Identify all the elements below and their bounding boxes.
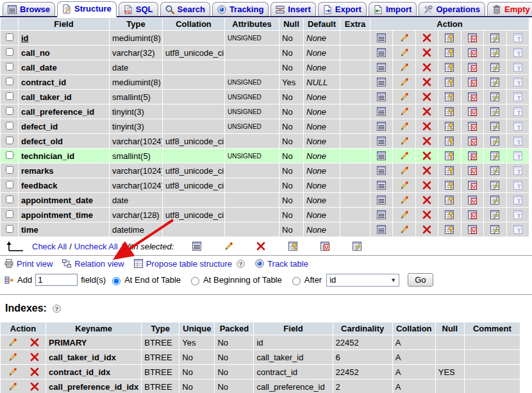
unique-icon[interactable]: [467, 47, 478, 57]
index-lightning-icon[interactable]: [490, 106, 500, 116]
drop-x-icon[interactable]: [422, 151, 432, 160]
index-lightning-icon[interactable]: [490, 121, 500, 131]
drop-x-icon[interactable]: [422, 62, 432, 72]
drop-x-icon[interactable]: [422, 195, 432, 205]
unique-icon[interactable]: [467, 151, 478, 160]
drop-index-x-icon[interactable]: [29, 381, 40, 391]
primary-key-icon[interactable]: [444, 77, 454, 87]
index-lightning-icon[interactable]: [490, 180, 500, 190]
index-lightning-icon[interactable]: [490, 33, 500, 42]
drop-x-icon[interactable]: [422, 224, 432, 234]
print-view-link[interactable]: Print view: [4, 258, 53, 269]
index-lightning-icon[interactable]: [490, 136, 500, 146]
edit-index-pencil-icon[interactable]: [8, 381, 18, 391]
row-checkbox[interactable]: [6, 92, 13, 100]
at-end-radio[interactable]: [112, 277, 121, 285]
help-icon[interactable]: [52, 303, 62, 314]
after-radio[interactable]: [292, 277, 301, 285]
drop-x-icon[interactable]: [422, 136, 432, 146]
unique-icon[interactable]: [467, 77, 478, 87]
radio-at-beginning[interactable]: At Beginning of Table: [188, 275, 282, 285]
row-checkbox[interactable]: [6, 48, 13, 56]
browse-distinct-icon[interactable]: [376, 121, 387, 131]
browse-distinct-icon[interactable]: [376, 77, 387, 87]
primary-key-icon[interactable]: [444, 136, 454, 146]
row-checkbox[interactable]: [6, 210, 13, 218]
unique-icon[interactable]: [467, 210, 478, 219]
fulltext-icon[interactable]: [513, 121, 523, 131]
index-lightning-icon[interactable]: [490, 210, 500, 219]
row-checkbox[interactable]: [6, 107, 13, 115]
change-pencil-icon[interactable]: [399, 224, 410, 234]
browse-distinct-icon[interactable]: [376, 151, 387, 160]
fulltext-icon[interactable]: [513, 151, 523, 160]
primary-key-icon[interactable]: [444, 165, 454, 175]
primary-key-icon[interactable]: [444, 224, 454, 234]
change-pencil-icon[interactable]: [399, 62, 410, 72]
fulltext-icon[interactable]: [513, 47, 523, 57]
row-checkbox[interactable]: [6, 196, 13, 203]
browse-distinct-icon[interactable]: [376, 62, 387, 72]
change-pencil-icon[interactable]: [399, 195, 410, 205]
primary-key-icon[interactable]: [444, 92, 454, 101]
relation-view-link[interactable]: Relation view: [62, 258, 124, 269]
edit-index-pencil-icon[interactable]: [8, 367, 18, 376]
change-pencil-icon[interactable]: [399, 92, 410, 101]
primary-key-icon[interactable]: [444, 62, 454, 72]
edit-index-pencil-icon[interactable]: [8, 352, 18, 362]
change-pencil-icon[interactable]: [399, 180, 410, 190]
field-count-input[interactable]: [35, 274, 78, 286]
unique-icon[interactable]: [320, 241, 330, 252]
fulltext-icon[interactable]: [513, 210, 523, 219]
row-checkbox[interactable]: [6, 225, 13, 233]
change-pencil-icon[interactable]: [399, 165, 410, 175]
tab-insert[interactable]: Insert: [270, 2, 315, 16]
change-pencil-icon[interactable]: [399, 151, 410, 160]
primary-key-icon[interactable]: [444, 210, 454, 219]
tab-tracking[interactable]: Tracking: [212, 2, 269, 16]
tab-structure[interactable]: Structure: [57, 1, 117, 17]
tab-browse[interactable]: Browse: [3, 2, 55, 16]
row-checkbox[interactable]: [6, 181, 13, 188]
fulltext-icon[interactable]: [513, 165, 523, 175]
drop-index-x-icon[interactable]: [29, 352, 40, 362]
tab-search[interactable]: Search: [160, 2, 210, 16]
browse-distinct-icon[interactable]: [376, 136, 387, 146]
change-pencil-icon[interactable]: [399, 77, 410, 87]
change-pencil-icon[interactable]: [399, 121, 410, 131]
browse-distinct-icon[interactable]: [376, 47, 387, 57]
tab-sql[interactable]: SQL: [119, 2, 158, 16]
unique-icon[interactable]: [467, 121, 478, 131]
tab-operations[interactable]: Operations: [419, 2, 485, 16]
change-pencil-icon[interactable]: [399, 210, 410, 219]
change-pencil-icon[interactable]: [399, 136, 410, 146]
unique-icon[interactable]: [467, 92, 478, 101]
browse-distinct-icon[interactable]: [192, 241, 202, 252]
drop-x-icon[interactable]: [422, 180, 432, 190]
browse-distinct-icon[interactable]: [376, 210, 387, 219]
check-all-link[interactable]: Check All: [32, 242, 67, 251]
browse-distinct-icon[interactable]: [376, 165, 387, 175]
index-lightning-icon[interactable]: [490, 195, 500, 205]
go-button[interactable]: Go: [408, 273, 433, 287]
drop-x-icon[interactable]: [422, 106, 432, 116]
fulltext-icon[interactable]: [513, 106, 523, 116]
index-lightning-icon[interactable]: [490, 47, 500, 57]
drop-index-x-icon[interactable]: [29, 367, 40, 376]
edit-index-pencil-icon[interactable]: [8, 337, 18, 347]
browse-distinct-icon[interactable]: [376, 33, 387, 42]
drop-x-icon[interactable]: [422, 121, 432, 131]
row-checkbox[interactable]: [6, 63, 13, 71]
radio-at-end[interactable]: At End of Table: [109, 275, 181, 285]
browse-distinct-icon[interactable]: [376, 106, 387, 116]
drop-x-icon[interactable]: [422, 210, 432, 219]
help-icon[interactable]: [236, 258, 245, 269]
row-checkbox[interactable]: [6, 33, 13, 41]
drop-x-icon[interactable]: [422, 92, 432, 101]
index-lightning-icon[interactable]: [490, 165, 500, 175]
propose-table-structure-link[interactable]: Propose table structure: [133, 258, 232, 269]
fulltext-icon[interactable]: [513, 195, 523, 205]
change-pencil-icon[interactable]: [399, 33, 410, 42]
primary-key-icon[interactable]: [444, 151, 454, 160]
unique-icon[interactable]: [467, 106, 478, 116]
